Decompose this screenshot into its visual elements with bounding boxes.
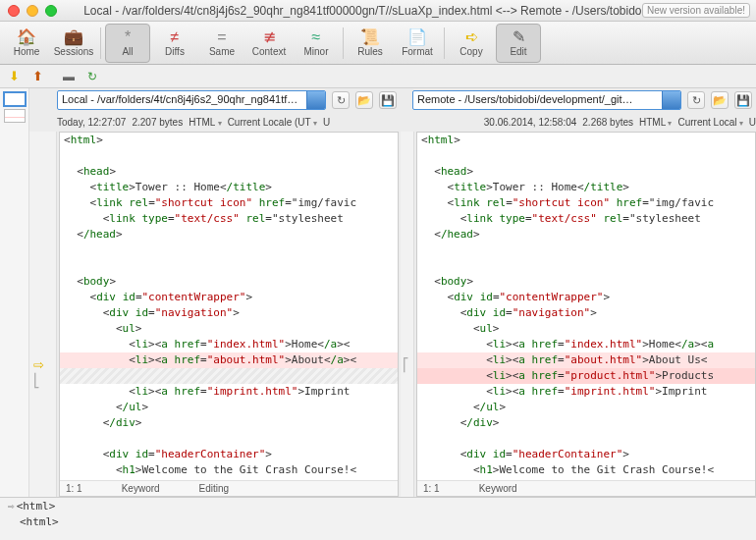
code-line[interactable]: <div id="headerContainer"> <box>417 447 755 462</box>
right-code[interactable]: <html> <head> <title>Tower :: Home</titl… <box>417 133 755 480</box>
left-date: Today, 12:27:07 <box>57 117 126 128</box>
version-badge[interactable]: New version available! <box>642 3 750 18</box>
left-encoding[interactable]: Current Locale (UT <box>228 117 317 128</box>
code-line[interactable]: </head> <box>60 227 398 243</box>
highlight-mode: Keyword <box>479 483 517 494</box>
code-line[interactable] <box>60 148 398 164</box>
left-code[interactable]: <html> <head> <title>Tower :: Home</titl… <box>60 133 398 480</box>
code-line[interactable]: <div id="navigation"> <box>60 305 398 321</box>
right-size: 2.268 bytes <box>582 117 633 128</box>
code-line[interactable] <box>417 243 755 258</box>
minor-button[interactable]: ≈Minor <box>294 24 339 63</box>
code-line[interactable]: <div id="navigation"> <box>417 305 755 321</box>
refresh-icon[interactable]: ↻ <box>687 91 705 109</box>
center-gutter: ⎡ <box>401 132 414 497</box>
left-path-dropdown[interactable]: Local - /var/folders/4t/cn8j4j6s2_90qhr_… <box>57 90 326 110</box>
code-line[interactable]: <html> <box>60 133 398 148</box>
overview-thumbnail[interactable] <box>4 109 26 123</box>
up-arrow-button[interactable]: ⬆ <box>29 69 45 84</box>
code-line[interactable]: <ul> <box>417 321 755 337</box>
save-icon[interactable]: 💾 <box>734 91 752 109</box>
code-line[interactable]: </ul> <box>417 400 755 415</box>
toolbar: 🏠Home 💼Sessions *All ≠Diffs =Same ≢Conte… <box>0 22 756 65</box>
code-line[interactable]: <html> <box>417 133 755 148</box>
code-line[interactable] <box>60 258 398 274</box>
diffs-label: Diffs <box>165 46 185 57</box>
copy-button[interactable]: ➪Copy <box>449 24 494 63</box>
save-icon[interactable]: 💾 <box>379 91 397 109</box>
down-arrow-button[interactable]: ⬇ <box>6 69 22 84</box>
code-line[interactable]: <head> <box>60 164 398 180</box>
code-line[interactable] <box>60 368 398 384</box>
code-line[interactable] <box>60 243 398 258</box>
overview-thumbnail[interactable] <box>4 92 26 106</box>
edit-state: Editing <box>199 483 230 494</box>
diffs-button[interactable]: ≠Diffs <box>152 24 197 63</box>
refresh-icon[interactable]: ↻ <box>332 91 350 109</box>
code-line[interactable]: </div> <box>60 415 398 431</box>
code-line[interactable]: <li><a href="imprint.html">Imprint <box>60 384 398 400</box>
traffic-lights <box>8 5 57 17</box>
code-line[interactable]: </head> <box>417 227 755 243</box>
code-line[interactable]: <link rel="shortcut icon" href="img/favi… <box>417 195 755 211</box>
code-line[interactable]: <body> <box>417 274 755 290</box>
code-line[interactable] <box>417 148 755 164</box>
open-folder-icon[interactable]: 📂 <box>711 91 729 109</box>
code-line[interactable]: <div id="headerContainer"> <box>60 447 398 462</box>
code-line[interactable]: <h1>Welcome to the Git Crash Course!< <box>60 462 398 478</box>
sessions-button[interactable]: 💼Sessions <box>51 24 96 63</box>
home-icon: 🏠 <box>17 28 36 46</box>
code-line[interactable]: <li><a href="about.html">About</a>< <box>60 352 398 368</box>
code-line[interactable]: <link type="text/css" rel="stylesheet <box>417 211 755 227</box>
code-line[interactable]: <h1>Welcome to the Git Crash Course!< <box>417 462 755 478</box>
context-button[interactable]: ≢Context <box>246 24 292 63</box>
right-date: 30.06.2014, 12:58:04 <box>484 117 577 128</box>
separator <box>343 27 344 59</box>
code-line[interactable]: <li><a href="product.html">Products <box>417 368 755 384</box>
code-line[interactable]: <ul> <box>60 321 398 337</box>
same-button[interactable]: =Same <box>199 24 244 63</box>
close-icon[interactable] <box>8 5 20 17</box>
right-type[interactable]: HTML <box>639 117 672 128</box>
right-path-dropdown[interactable]: Remote - /Users/tobidobi/development/_gi… <box>412 90 681 110</box>
bracket-icon: ⎣ <box>33 373 40 388</box>
code-line[interactable]: </div> <box>417 415 755 431</box>
edit-button[interactable]: ✎Edit <box>496 24 541 63</box>
all-button[interactable]: *All <box>105 24 150 63</box>
home-button[interactable]: 🏠Home <box>4 24 49 63</box>
left-footer: 1: 1 Keyword Editing <box>60 480 398 496</box>
code-line[interactable] <box>417 431 755 447</box>
open-folder-icon[interactable]: 📂 <box>355 91 373 109</box>
code-line[interactable]: <li><a href="index.html">Home</a>< <box>60 337 398 352</box>
diff-arrow-icon[interactable]: ⇨ <box>33 357 44 372</box>
bottom-line-2: <html> <box>20 515 59 528</box>
code-line[interactable]: <li><a href="about.html">About Us< <box>417 352 755 368</box>
titlebar: Local - /var/folders/4t/cn8j4j6s2_90qhr_… <box>0 0 756 22</box>
refresh-button[interactable]: ↻ <box>84 69 100 84</box>
context-label: Context <box>252 46 286 57</box>
code-line[interactable]: <div id="contentWrapper"> <box>417 290 755 305</box>
rules-button[interactable]: 📜Rules <box>348 24 393 63</box>
left-type[interactable]: HTML <box>189 117 221 128</box>
code-line[interactable]: </ul> <box>60 400 398 415</box>
code-line[interactable]: <body> <box>60 274 398 290</box>
bottom-line-1: <html> <box>17 500 56 513</box>
asterisk-icon: * <box>125 28 131 46</box>
code-line[interactable]: <li><a href="index.html">Home</a><a <box>417 337 755 352</box>
code-line[interactable]: <link rel="shortcut icon" href="img/favi… <box>60 195 398 211</box>
right-encoding[interactable]: Current Local <box>678 117 743 128</box>
code-line[interactable]: <title>Tower :: Home</title> <box>417 180 755 195</box>
zoom-icon[interactable] <box>45 5 57 17</box>
code-line[interactable]: <link type="text/css" rel="stylesheet <box>60 211 398 227</box>
code-line[interactable] <box>417 258 755 274</box>
highlight-mode: Keyword <box>122 483 160 494</box>
bar-button[interactable]: ▬ <box>61 69 77 84</box>
code-line[interactable]: <head> <box>417 164 755 180</box>
format-button[interactable]: 📄Format <box>395 24 440 63</box>
code-line[interactable] <box>60 431 398 447</box>
minimize-icon[interactable] <box>27 5 38 17</box>
arrow-icon: ⇨ <box>8 500 15 513</box>
code-line[interactable]: <div id="contentWrapper"> <box>60 290 398 305</box>
code-line[interactable]: <li><a href="imprint.html">Imprint <box>417 384 755 400</box>
code-line[interactable]: <title>Tower :: Home</title> <box>60 180 398 195</box>
